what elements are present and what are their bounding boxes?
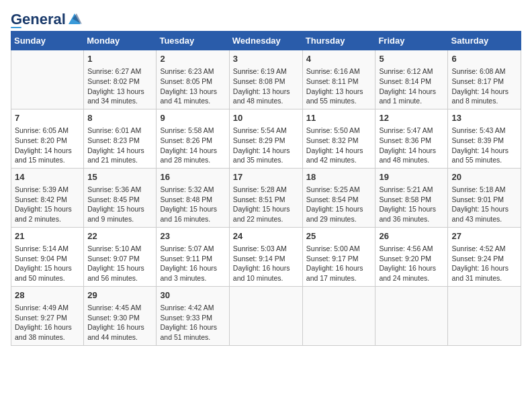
logo: General	[11, 11, 82, 28]
day-info: Sunrise: 6:01 AMSunset: 8:23 PMDaylight:…	[87, 126, 152, 165]
day-info: Sunrise: 4:49 AMSunset: 9:27 PMDaylight:…	[15, 303, 80, 342]
day-number: 13	[451, 112, 517, 124]
calendar-cell	[11, 50, 84, 109]
day-info: Sunrise: 4:42 AMSunset: 9:33 PMDaylight:…	[160, 303, 225, 342]
day-info: Sunrise: 5:50 AMSunset: 8:32 PMDaylight:…	[306, 126, 372, 165]
day-info: Sunrise: 6:08 AMSunset: 8:17 PMDaylight:…	[451, 66, 517, 106]
day-number: 19	[379, 171, 444, 183]
day-info: Sunrise: 6:16 AMSunset: 8:11 PMDaylight:…	[306, 66, 372, 106]
day-info: Sunrise: 5:36 AMSunset: 8:45 PMDaylight:…	[87, 185, 152, 224]
day-info: Sunrise: 6:19 AMSunset: 8:08 PMDaylight:…	[233, 66, 299, 106]
calendar-cell: 17Sunrise: 5:28 AMSunset: 8:51 PMDayligh…	[229, 168, 302, 227]
calendar-header-row: SundayMondayTuesdayWednesdayThursdayFrid…	[11, 32, 521, 50]
calendar-cell: 4Sunrise: 6:16 AMSunset: 8:11 PMDaylight…	[302, 50, 375, 109]
calendar-week-row: 7Sunrise: 6:05 AMSunset: 8:20 PMDaylight…	[11, 109, 521, 168]
day-number: 21	[15, 230, 80, 242]
calendar-cell: 15Sunrise: 5:36 AMSunset: 8:45 PMDayligh…	[84, 168, 157, 227]
day-number: 15	[87, 171, 152, 183]
day-number: 5	[379, 53, 444, 65]
day-info: Sunrise: 5:00 AMSunset: 9:17 PMDaylight:…	[306, 244, 372, 283]
day-info: Sunrise: 5:10 AMSunset: 9:07 PMDaylight:…	[87, 244, 152, 283]
day-info: Sunrise: 5:58 AMSunset: 8:26 PMDaylight:…	[160, 126, 225, 165]
calendar-cell	[448, 286, 521, 345]
day-info: Sunrise: 5:25 AMSunset: 8:54 PMDaylight:…	[306, 185, 372, 224]
calendar-cell: 20Sunrise: 5:18 AMSunset: 9:01 PMDayligh…	[448, 168, 521, 227]
day-number: 25	[306, 230, 372, 242]
day-number: 17	[233, 171, 299, 183]
calendar-cell: 14Sunrise: 5:39 AMSunset: 8:42 PMDayligh…	[11, 168, 84, 227]
calendar-cell: 28Sunrise: 4:49 AMSunset: 9:27 PMDayligh…	[11, 286, 84, 345]
weekday-header: Saturday	[448, 32, 521, 50]
calendar-cell: 21Sunrise: 5:14 AMSunset: 9:04 PMDayligh…	[11, 227, 84, 286]
day-info: Sunrise: 4:52 AMSunset: 9:24 PMDaylight:…	[451, 244, 517, 283]
calendar-cell: 27Sunrise: 4:52 AMSunset: 9:24 PMDayligh…	[448, 227, 521, 286]
day-number: 6	[451, 53, 517, 65]
header: General	[11, 11, 521, 28]
day-number: 1	[87, 53, 152, 65]
day-number: 30	[160, 289, 225, 302]
day-info: Sunrise: 5:54 AMSunset: 8:29 PMDaylight:…	[233, 126, 299, 165]
day-info: Sunrise: 5:47 AMSunset: 8:36 PMDaylight:…	[379, 126, 444, 165]
day-number: 27	[451, 230, 517, 242]
day-number: 22	[87, 230, 152, 242]
day-info: Sunrise: 5:28 AMSunset: 8:51 PMDaylight:…	[233, 185, 299, 224]
weekday-header: Tuesday	[157, 32, 229, 50]
calendar-week-row: 21Sunrise: 5:14 AMSunset: 9:04 PMDayligh…	[11, 227, 521, 286]
calendar-week-row: 14Sunrise: 5:39 AMSunset: 8:42 PMDayligh…	[11, 168, 521, 227]
day-info: Sunrise: 6:05 AMSunset: 8:20 PMDaylight:…	[15, 126, 80, 165]
day-info: Sunrise: 5:18 AMSunset: 9:01 PMDaylight:…	[451, 185, 517, 224]
weekday-header: Monday	[84, 32, 157, 50]
day-number: 16	[160, 171, 225, 183]
calendar-cell: 3Sunrise: 6:19 AMSunset: 8:08 PMDaylight…	[229, 50, 302, 109]
calendar-cell	[302, 286, 375, 345]
day-info: Sunrise: 5:14 AMSunset: 9:04 PMDaylight:…	[15, 244, 80, 283]
weekday-header: Sunday	[11, 32, 84, 50]
day-number: 10	[233, 112, 299, 124]
day-number: 11	[306, 112, 372, 124]
calendar-cell: 10Sunrise: 5:54 AMSunset: 8:29 PMDayligh…	[229, 109, 302, 168]
calendar-week-row: 28Sunrise: 4:49 AMSunset: 9:27 PMDayligh…	[11, 286, 521, 345]
calendar-cell: 13Sunrise: 5:43 AMSunset: 8:39 PMDayligh…	[448, 109, 521, 168]
day-number: 2	[160, 53, 225, 65]
day-number: 28	[15, 289, 80, 302]
day-info: Sunrise: 4:45 AMSunset: 9:30 PMDaylight:…	[87, 303, 152, 342]
weekday-header: Thursday	[302, 32, 375, 50]
day-number: 18	[306, 171, 372, 183]
day-info: Sunrise: 5:07 AMSunset: 9:11 PMDaylight:…	[160, 244, 225, 283]
day-info: Sunrise: 6:12 AMSunset: 8:14 PMDaylight:…	[379, 66, 444, 106]
calendar-cell: 22Sunrise: 5:10 AMSunset: 9:07 PMDayligh…	[84, 227, 157, 286]
day-number: 29	[87, 289, 152, 302]
day-info: Sunrise: 6:27 AMSunset: 8:02 PMDaylight:…	[87, 66, 152, 106]
day-info: Sunrise: 5:39 AMSunset: 8:42 PMDaylight:…	[15, 185, 80, 224]
calendar-cell: 25Sunrise: 5:00 AMSunset: 9:17 PMDayligh…	[302, 227, 375, 286]
day-number: 26	[379, 230, 444, 242]
calendar-cell	[375, 286, 448, 345]
day-number: 20	[451, 171, 517, 183]
weekday-header: Wednesday	[229, 32, 302, 50]
calendar-cell: 26Sunrise: 4:56 AMSunset: 9:20 PMDayligh…	[375, 227, 448, 286]
day-number: 24	[233, 230, 299, 242]
day-number: 9	[160, 112, 225, 124]
calendar-cell: 1Sunrise: 6:27 AMSunset: 8:02 PMDaylight…	[84, 50, 157, 109]
day-info: Sunrise: 6:23 AMSunset: 8:05 PMDaylight:…	[160, 66, 225, 106]
logo-icon	[67, 12, 82, 27]
calendar-cell: 18Sunrise: 5:25 AMSunset: 8:54 PMDayligh…	[302, 168, 375, 227]
logo-general: General	[11, 11, 66, 28]
weekday-header: Friday	[375, 32, 448, 50]
calendar-cell: 11Sunrise: 5:50 AMSunset: 8:32 PMDayligh…	[302, 109, 375, 168]
calendar-cell: 23Sunrise: 5:07 AMSunset: 9:11 PMDayligh…	[157, 227, 229, 286]
calendar-cell: 30Sunrise: 4:42 AMSunset: 9:33 PMDayligh…	[157, 286, 229, 345]
day-info: Sunrise: 4:56 AMSunset: 9:20 PMDaylight:…	[379, 244, 444, 283]
calendar-cell: 16Sunrise: 5:32 AMSunset: 8:48 PMDayligh…	[157, 168, 229, 227]
calendar-cell: 7Sunrise: 6:05 AMSunset: 8:20 PMDaylight…	[11, 109, 84, 168]
day-number: 23	[160, 230, 225, 242]
day-number: 14	[15, 171, 80, 183]
calendar-cell: 6Sunrise: 6:08 AMSunset: 8:17 PMDaylight…	[448, 50, 521, 109]
calendar-cell: 2Sunrise: 6:23 AMSunset: 8:05 PMDaylight…	[157, 50, 229, 109]
calendar-week-row: 1Sunrise: 6:27 AMSunset: 8:02 PMDaylight…	[11, 50, 521, 109]
calendar-cell: 29Sunrise: 4:45 AMSunset: 9:30 PMDayligh…	[84, 286, 157, 345]
logo-blue-label	[11, 27, 21, 28]
calendar-cell: 8Sunrise: 6:01 AMSunset: 8:23 PMDaylight…	[84, 109, 157, 168]
calendar-cell	[229, 286, 302, 345]
calendar: SundayMondayTuesdayWednesdayThursdayFrid…	[11, 31, 521, 346]
